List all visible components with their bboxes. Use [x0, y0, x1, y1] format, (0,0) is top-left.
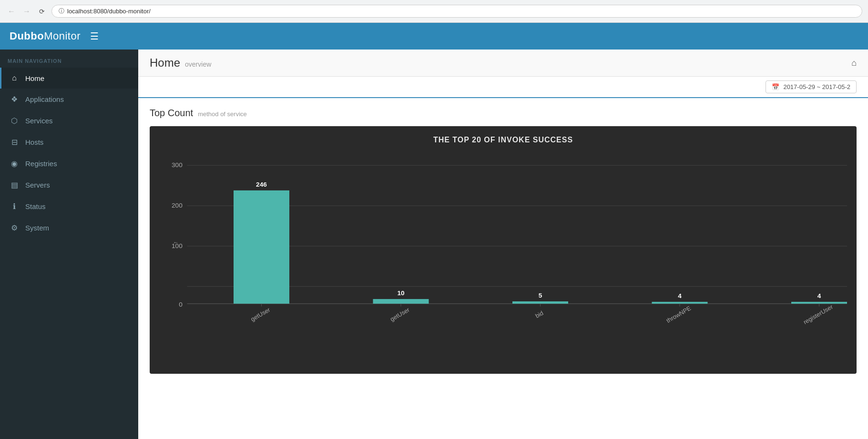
section-title: Top Count: [150, 108, 193, 119]
sidebar-item-status[interactable]: ℹ Status: [0, 196, 138, 217]
home-breadcrumb-button[interactable]: ⌂: [851, 58, 857, 68]
calendar-icon: 📅: [772, 83, 779, 90]
sidebar-item-services-label: Services: [25, 117, 53, 125]
sidebar-section-label: MAIN NAVIGATION: [0, 50, 138, 68]
date-range-picker[interactable]: 📅 2017-05-29 ~ 2017-05-2: [766, 80, 857, 93]
hamburger-button[interactable]: ☰: [90, 30, 99, 42]
bar-bid: [512, 301, 568, 304]
sidebar-item-system[interactable]: ⚙ System: [0, 217, 138, 239]
url-text: localhost:8080/dubbo-monitor/: [67, 8, 151, 15]
bar-getuser-1: [234, 190, 289, 304]
brand: DubboMonitor: [10, 30, 81, 42]
sidebar: MAIN NAVIGATION ⌂ Home ❖ Applications ⬡ …: [0, 50, 138, 439]
reload-button[interactable]: ⟳: [36, 6, 48, 17]
home-icon: ⌂: [9, 74, 20, 82]
sidebar-item-status-label: Status: [25, 202, 46, 210]
registries-icon: ◉: [9, 159, 20, 168]
svg-text:200: 200: [172, 202, 183, 209]
svg-text:getUser: getUser: [389, 307, 410, 323]
page-header: Home overview ⌂: [138, 50, 868, 77]
forward-button[interactable]: →: [21, 6, 32, 17]
bar-registeruser: [791, 302, 847, 304]
hosts-icon: ⊟: [9, 138, 20, 147]
date-range-text: 2017-05-29 ~ 2017-05-2: [783, 83, 850, 90]
system-icon: ⚙: [9, 223, 20, 232]
svg-text:5: 5: [539, 292, 542, 299]
svg-text:registerUser: registerUser: [802, 303, 834, 326]
svg-text:10: 10: [397, 289, 405, 297]
sidebar-item-applications-label: Applications: [25, 95, 64, 103]
svg-text:4: 4: [678, 292, 682, 299]
sidebar-item-servers[interactable]: ▤ Servers: [0, 174, 138, 196]
bar-getuser-2: [373, 299, 429, 304]
date-range-bar: 📅 2017-05-29 ~ 2017-05-2: [138, 77, 868, 98]
sidebar-item-hosts-label: Hosts: [25, 138, 43, 146]
page-subtitle: overview: [185, 60, 211, 68]
svg-text:←: ←: [173, 239, 179, 245]
browser-chrome: ← → ⟳ ⓘ localhost:8080/dubbo-monitor/: [0, 0, 868, 23]
svg-text:throwNPE: throwNPE: [665, 305, 692, 324]
bar-thrownpe: [652, 302, 708, 304]
sidebar-item-home[interactable]: ⌂ Home: [0, 68, 138, 89]
secure-icon: ⓘ: [59, 7, 64, 15]
chart-title: THE TOP 20 OF INVOKE SUCCESS: [159, 136, 847, 144]
svg-text:0: 0: [179, 301, 183, 308]
sidebar-item-applications[interactable]: ❖ Applications: [0, 89, 138, 110]
sidebar-item-hosts[interactable]: ⊟ Hosts: [0, 131, 138, 153]
chart-container: THE TOP 20 OF INVOKE SUCCESS 300 200 100: [150, 126, 857, 374]
status-icon: ℹ: [9, 202, 20, 211]
sidebar-item-services[interactable]: ⬡ Services: [0, 110, 138, 131]
services-icon: ⬡: [9, 116, 20, 125]
applications-icon: ❖: [9, 95, 20, 104]
top-header: DubboMonitor ☰: [0, 23, 868, 50]
content-area: Home overview ⌂ 📅 2017-05-29 ~ 2017-05-2…: [138, 50, 868, 439]
sidebar-item-registries[interactable]: ◉ Registries: [0, 153, 138, 174]
page-title: Home: [150, 56, 180, 70]
app: DubboMonitor ☰ MAIN NAVIGATION ⌂ Home ❖ …: [0, 23, 868, 439]
sidebar-item-home-label: Home: [25, 74, 44, 82]
sidebar-item-system-label: System: [25, 224, 49, 232]
svg-text:bid: bid: [534, 309, 545, 319]
sidebar-item-servers-label: Servers: [25, 181, 50, 189]
address-bar[interactable]: ⓘ localhost:8080/dubbo-monitor/: [51, 5, 862, 18]
sidebar-item-registries-label: Registries: [25, 160, 57, 168]
servers-icon: ▤: [9, 180, 20, 190]
main-body: MAIN NAVIGATION ⌂ Home ❖ Applications ⬡ …: [0, 50, 868, 439]
bar-chart-svg: 300 200 100 0 ← 246 getUser: [159, 154, 847, 335]
back-button[interactable]: ←: [6, 6, 17, 17]
chart-section: Top Count method of service THE TOP 20 O…: [138, 98, 868, 439]
section-subtitle: method of service: [198, 110, 247, 118]
svg-text:300: 300: [172, 161, 183, 169]
svg-text:246: 246: [256, 181, 267, 188]
page-title-area: Home overview: [150, 56, 211, 70]
section-title-area: Top Count method of service: [150, 108, 857, 119]
svg-text:4: 4: [817, 292, 821, 299]
svg-text:getUser: getUser: [250, 307, 271, 323]
